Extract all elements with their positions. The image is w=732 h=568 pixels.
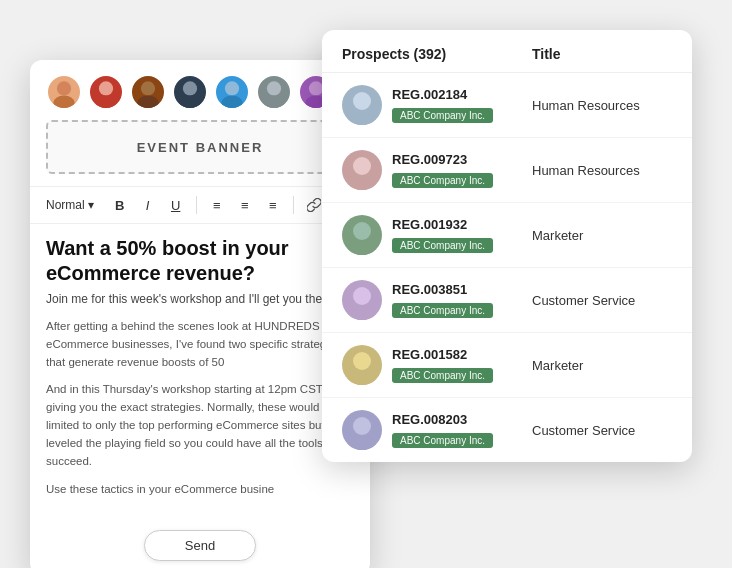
prospect-info: REG.003851 ABC Company Inc. <box>392 282 532 318</box>
svg-point-2 <box>99 81 113 95</box>
avatar <box>342 150 382 190</box>
chevron-down-icon: ▾ <box>88 198 94 212</box>
avatar <box>172 74 208 110</box>
prospects-card: Prospects (392) Title REG.002184 ABC Com… <box>322 30 692 462</box>
svg-point-10 <box>267 81 281 95</box>
avatar <box>342 215 382 255</box>
list-button[interactable]: ≡ <box>205 193 229 217</box>
svg-point-1 <box>53 96 74 110</box>
svg-point-19 <box>349 175 375 190</box>
toolbar-divider2 <box>293 196 294 214</box>
prospect-reg: REG.001582 <box>392 347 532 362</box>
svg-point-27 <box>349 435 375 450</box>
prospect-info: REG.001932 ABC Company Inc. <box>392 217 532 253</box>
prospect-badge: ABC Company Inc. <box>392 303 493 318</box>
table-row[interactable]: REG.002184 ABC Company Inc. Human Resour… <box>322 73 692 138</box>
prospect-title: Marketer <box>532 228 672 243</box>
svg-point-7 <box>179 96 200 110</box>
editor-body-3: Use these tactics in your eCommerce busi… <box>46 481 354 499</box>
prospect-reg: REG.009723 <box>392 152 532 167</box>
prospect-title: Human Resources <box>532 98 672 113</box>
svg-point-20 <box>353 222 371 240</box>
svg-point-3 <box>95 96 116 110</box>
prospect-badge: ABC Company Inc. <box>392 368 493 383</box>
svg-point-18 <box>353 157 371 175</box>
email-editor-card: EVENT BANNER Normal ▾ B I U ≡ ≡ ≡ Want a… <box>30 60 370 568</box>
avatar <box>342 85 382 125</box>
svg-point-12 <box>309 81 323 95</box>
underline-button[interactable]: U <box>164 193 188 217</box>
prospects-header: Prospects (392) Title <box>322 30 692 73</box>
avatar-row <box>30 60 370 120</box>
editor-body-1: After getting a behind the scenes look a… <box>46 318 354 371</box>
avatar <box>46 74 82 110</box>
table-row[interactable]: REG.003851 ABC Company Inc. Customer Ser… <box>322 268 692 333</box>
italic-button[interactable]: I <box>136 193 160 217</box>
prospect-reg: REG.008203 <box>392 412 532 427</box>
prospect-badge: ABC Company Inc. <box>392 108 493 123</box>
event-banner-label: EVENT BANNER <box>137 140 264 155</box>
editor-subheading: Join me for this week's workshop and I'l… <box>46 292 354 306</box>
svg-point-8 <box>225 81 239 95</box>
avatar <box>342 280 382 320</box>
svg-point-11 <box>263 96 284 110</box>
title-col-header: Title <box>532 46 672 62</box>
prospect-info: REG.002184 ABC Company Inc. <box>392 87 532 123</box>
toolbar-divider <box>196 196 197 214</box>
svg-point-17 <box>349 110 375 125</box>
prospect-title: Customer Service <box>532 293 672 308</box>
prospect-badge: ABC Company Inc. <box>392 173 493 188</box>
prospect-title: Marketer <box>532 358 672 373</box>
style-select[interactable]: Normal ▾ <box>42 196 98 214</box>
editor-toolbar: Normal ▾ B I U ≡ ≡ ≡ <box>30 186 370 224</box>
avatar <box>88 74 124 110</box>
prospect-info: REG.008203 ABC Company Inc. <box>392 412 532 448</box>
svg-point-5 <box>137 96 158 110</box>
svg-point-4 <box>141 81 155 95</box>
prospect-title: Human Resources <box>532 163 672 178</box>
editor-heading: Want a 50% boost in your eCommerce reven… <box>46 236 354 286</box>
send-button[interactable]: Send <box>144 530 256 561</box>
prospects-col-header: Prospects (392) <box>342 46 532 62</box>
avatar <box>214 74 250 110</box>
prospect-badge: ABC Company Inc. <box>392 238 493 253</box>
svg-point-25 <box>349 370 375 385</box>
avatar <box>342 345 382 385</box>
prospect-info: REG.001582 ABC Company Inc. <box>392 347 532 383</box>
svg-point-6 <box>183 81 197 95</box>
table-row[interactable]: REG.001932 ABC Company Inc. Marketer <box>322 203 692 268</box>
svg-point-23 <box>349 305 375 320</box>
table-row[interactable]: REG.008203 ABC Company Inc. Customer Ser… <box>322 398 692 462</box>
svg-point-22 <box>353 287 371 305</box>
prospect-reg: REG.003851 <box>392 282 532 297</box>
svg-point-16 <box>353 92 371 110</box>
avatar <box>342 410 382 450</box>
table-row[interactable]: REG.009723 ABC Company Inc. Human Resour… <box>322 138 692 203</box>
svg-point-26 <box>353 417 371 435</box>
bold-button[interactable]: B <box>108 193 132 217</box>
prospect-badge: ABC Company Inc. <box>392 433 493 448</box>
send-button-area: Send <box>30 520 370 568</box>
table-row[interactable]: REG.001582 ABC Company Inc. Marketer <box>322 333 692 398</box>
svg-point-9 <box>221 96 242 110</box>
prospect-reg: REG.001932 <box>392 217 532 232</box>
prospect-title: Customer Service <box>532 423 672 438</box>
editor-content[interactable]: Want a 50% boost in your eCommerce reven… <box>30 224 370 520</box>
avatar <box>130 74 166 110</box>
align-button[interactable]: ≡ <box>261 193 285 217</box>
prospect-info: REG.009723 ABC Company Inc. <box>392 152 532 188</box>
prospect-reg: REG.002184 <box>392 87 532 102</box>
svg-point-24 <box>353 352 371 370</box>
avatar <box>256 74 292 110</box>
svg-point-21 <box>349 240 375 255</box>
list-ol-button[interactable]: ≡ <box>233 193 257 217</box>
svg-point-0 <box>57 81 71 95</box>
prospects-list: REG.002184 ABC Company Inc. Human Resour… <box>322 73 692 462</box>
event-banner: EVENT BANNER <box>46 120 354 174</box>
editor-body-2: And in this Thursday's workshop starting… <box>46 381 354 470</box>
